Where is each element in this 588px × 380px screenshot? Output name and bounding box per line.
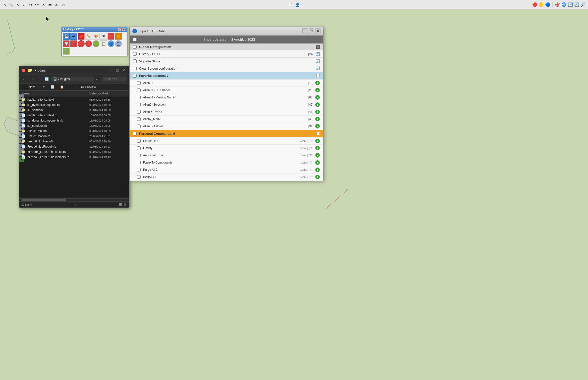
icon-r1[interactable]: 🔴 <box>532 2 537 7</box>
nav-up-btn[interactable]: ↑ <box>36 76 42 82</box>
side-icon-7[interactable]: ● <box>19 132 24 137</box>
alien7-row[interactable]: Alien7_Mod2 [43] + <box>130 116 323 123</box>
tool-select[interactable]: ↖ <box>2 2 7 7</box>
plugins-minimize-btn[interactable]: — <box>109 68 113 73</box>
list-item[interactable]: 📄SketchUcation.rb28/03/2024 21:31 <box>19 133 129 139</box>
favorite-palettes-checkbox[interactable] <box>133 74 137 78</box>
hiddenline-row[interactable]: HiddenLine [Menu] [??] + <box>130 137 323 145</box>
history-tool-7[interactable]: ❤️ <box>107 33 114 40</box>
history-tool-row2-4[interactable]: 📋 <box>100 40 107 47</box>
col-name-header[interactable]: Name <box>21 92 89 95</box>
alien5-checkbox[interactable] <box>137 103 141 106</box>
tool-10[interactable]: ◁ <box>60 2 66 7</box>
plugins-maximize-btn[interactable]: □ <box>115 68 120 73</box>
list-item[interactable]: 📁su_dynamiccomponents08/04/2024 10:38 <box>19 102 129 107</box>
history-tool-5[interactable]: 🎨 <box>93 33 100 40</box>
history-tool-row2-5[interactable]: 🔵 <box>107 40 114 47</box>
copy-button[interactable]: ⬜ <box>49 84 56 89</box>
history-lott-checkbox[interactable] <box>133 52 137 56</box>
icon-r4[interactable]: 🎯 <box>555 2 560 7</box>
arc-offset-row[interactable]: Arc Offset True [Menu] [??] + <box>130 152 323 159</box>
tool-9[interactable]: ⧖ <box>54 2 59 7</box>
side-icon-10[interactable]: ● <box>19 150 24 156</box>
favorite-palettes-checkbox2[interactable] <box>317 74 320 77</box>
side-icon-3[interactable]: ● <box>19 107 24 112</box>
paste-to-components-checkbox[interactable] <box>137 161 141 164</box>
history-tool-row2-2[interactable]: 🔴 <box>85 40 92 47</box>
hscroll[interactable] <box>19 198 129 201</box>
paste-button[interactable]: 📋 <box>58 84 66 89</box>
paste-to-components-plus[interactable]: + <box>315 160 320 165</box>
side-icon-green[interactable]: ● <box>19 157 24 162</box>
favorite-palettes-header[interactable]: Favorite palettes: 7 <box>130 72 323 80</box>
side-icon-6[interactable]: ● <box>19 126 24 131</box>
alien5-plus[interactable]: + <box>315 102 320 107</box>
import-maximize-btn[interactable]: □ <box>309 28 314 34</box>
nav-forward-btn[interactable]: → <box>29 76 34 82</box>
import-header-checkbox[interactable] <box>133 38 137 41</box>
alien01-checkbox[interactable] <box>137 81 141 85</box>
alien04-plus[interactable]: + <box>315 95 320 100</box>
tool-8[interactable]: ⋈ <box>47 2 53 7</box>
hiddenline-plus[interactable]: + <box>315 139 320 143</box>
hiddenline-checkbox[interactable] <box>137 139 141 143</box>
invisible-plus[interactable]: + <box>315 175 320 179</box>
invisible-row[interactable]: INVISIBLE [Menu] [??] + <box>130 173 323 181</box>
list-item[interactable]: 📁!!Fredo6_LordOfTheToolbars08/04/2024 10… <box>19 149 129 154</box>
purge-all-checkbox[interactable] <box>137 168 141 171</box>
history-tool-8[interactable]: 🔶 <box>115 33 122 40</box>
history-pin-btn[interactable]: 📌 <box>118 28 121 31</box>
alien03-plus[interactable]: + <box>315 88 320 92</box>
tool-search[interactable]: 🔍 <box>8 2 14 7</box>
list-item[interactable]: 📄Fredo6_lLibFredo6.rb31/03/2024 16:23 <box>19 144 129 149</box>
history-tool-10[interactable]: ⭕ <box>70 40 77 47</box>
nav-refresh-btn[interactable]: 🔄 <box>44 76 49 82</box>
cleanscreen-checkbox[interactable] <box>133 67 137 70</box>
side-icon-8[interactable]: ● <box>19 138 24 143</box>
personal-commands-checkbox[interactable] <box>133 132 137 135</box>
icon-r8[interactable]: 🔎 <box>581 2 586 7</box>
flowify-plus[interactable]: + <box>315 146 320 150</box>
side-icon-5[interactable]: ● <box>19 119 24 125</box>
cut-button[interactable]: ✂ <box>41 84 47 89</box>
global-config-row[interactable]: Global Configuration <box>130 43 323 50</box>
arc-offset-plus[interactable]: + <box>315 153 320 158</box>
history-tool-row2-3[interactable]: 🟩 <box>93 40 100 47</box>
user-icon[interactable]: 👤 <box>295 2 300 7</box>
icon-r5[interactable]: 🌀 <box>561 2 567 7</box>
alien01-plus[interactable]: + <box>315 81 320 85</box>
history-tool-row2-7[interactable]: 🔧 <box>63 48 70 55</box>
history-tool-row2-6[interactable]: ◯ <box>115 40 122 47</box>
alien7-checkbox[interactable] <box>137 117 141 121</box>
global-config-checkbox[interactable] <box>133 45 137 49</box>
alien03-checkbox[interactable] <box>137 88 141 92</box>
import-minimize-btn[interactable]: — <box>302 28 308 34</box>
alien5-row[interactable]: Alien5 -Selection [49] + <box>130 101 323 108</box>
purge-all-plus[interactable]: + <box>315 168 320 172</box>
history-tool-row2-1[interactable]: ⭕ <box>78 40 85 47</box>
flowify-row[interactable]: Flowify [Menu] [??] + <box>130 145 323 152</box>
list-item[interactable]: 📁su_sandbox08/04/2024 10:38 <box>19 107 129 113</box>
list-item[interactable]: 📄su_dynamiccomponents.rb18/03/2024 08:05 <box>19 118 129 123</box>
icon-r7[interactable]: 🔄 <box>574 2 580 7</box>
new-button[interactable]: + + New <box>21 84 37 89</box>
tool-5[interactable]: ⊙ <box>28 2 33 7</box>
import-close-btn[interactable]: ✕ <box>315 28 321 34</box>
nav-back-btn[interactable]: ← <box>21 76 27 82</box>
history-lott-refresh[interactable]: 🔄 <box>316 52 320 56</box>
more-button[interactable]: ⋯ <box>67 84 74 89</box>
flowify-checkbox[interactable] <box>137 146 141 150</box>
alien04-checkbox[interactable] <box>137 96 141 99</box>
side-icon-2[interactable]: ● <box>19 101 24 106</box>
history-tool-6[interactable]: 👁️ <box>100 33 107 40</box>
history-lott-row[interactable]: History - LOTT [24] 🔄 <box>130 50 323 58</box>
list-item[interactable]: 📄su_sandbox.rb18/03/2024 08:05 <box>19 123 129 128</box>
personal-commands-header[interactable]: Personal Commands: 6 <box>130 130 323 137</box>
purge-all-row[interactable]: Purge All 2 [Menu] [??] + <box>130 166 323 173</box>
tool-7[interactable]: ✕ <box>41 2 46 7</box>
list-item[interactable]: 📄!!Fredo6_LordOfTheToolbars.rb08/04/2024… <box>19 154 129 160</box>
list-item[interactable]: 📁SketchUcation08/04/2024 10:39 <box>19 128 129 133</box>
hscroll-thumb[interactable] <box>21 199 66 201</box>
cleanscreen-row[interactable]: CleanScreen configuration 🔄 <box>130 65 323 72</box>
plugins-close-btn[interactable] <box>22 69 25 72</box>
